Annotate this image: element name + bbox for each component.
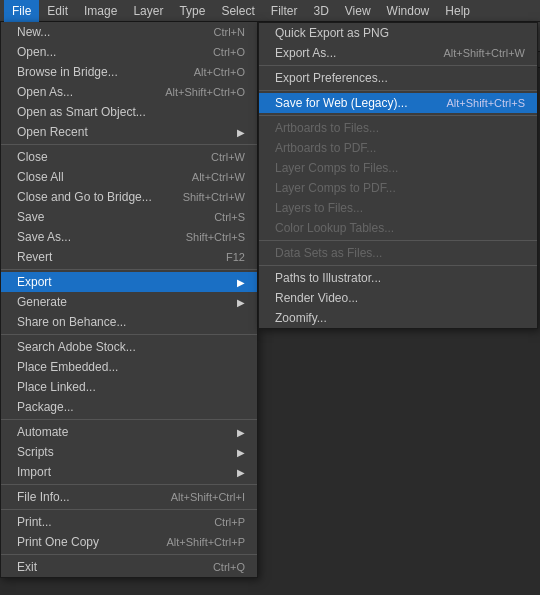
menu-print-one-copy[interactable]: Print One Copy Alt+Shift+Ctrl+P <box>1 532 257 552</box>
menu-scripts[interactable]: Scripts ▶ <box>1 442 257 462</box>
separator-7 <box>1 554 257 555</box>
menu-save-as[interactable]: Save As... Shift+Ctrl+S <box>1 227 257 247</box>
menubar-image[interactable]: Image <box>76 0 125 22</box>
menu-export-as[interactable]: Export As... Alt+Shift+Ctrl+W <box>259 43 537 63</box>
menubar-select[interactable]: Select <box>213 0 262 22</box>
menu-package[interactable]: Package... <box>1 397 257 417</box>
menubar-edit[interactable]: Edit <box>39 0 76 22</box>
menu-file-info[interactable]: File Info... Alt+Shift+Ctrl+I <box>1 487 257 507</box>
menu-place-linked[interactable]: Place Linked... <box>1 377 257 397</box>
menu-import[interactable]: Import ▶ <box>1 462 257 482</box>
separator-exp-1 <box>259 65 537 66</box>
menu-color-lookup-tables[interactable]: Color Lookup Tables... <box>259 218 537 238</box>
menu-save[interactable]: Save Ctrl+S <box>1 207 257 227</box>
menubar-window[interactable]: Window <box>379 0 438 22</box>
automate-arrow: ▶ <box>237 427 245 438</box>
menu-close-all[interactable]: Close All Alt+Ctrl+W <box>1 167 257 187</box>
menu-exit[interactable]: Exit Ctrl+Q <box>1 557 257 577</box>
menubar-file[interactable]: File <box>4 0 39 22</box>
menu-search-stock[interactable]: Search Adobe Stock... <box>1 337 257 357</box>
separator-1 <box>1 144 257 145</box>
separator-exp-2 <box>259 90 537 91</box>
menu-layer-comps-files[interactable]: Layer Comps to Files... <box>259 158 537 178</box>
menubar: File Edit Image Layer Type Select Filter… <box>0 0 540 22</box>
menu-artboards-pdf[interactable]: Artboards to PDF... <box>259 138 537 158</box>
menubar-view[interactable]: View <box>337 0 379 22</box>
menu-place-embedded[interactable]: Place Embedded... <box>1 357 257 377</box>
menubar-layer[interactable]: Layer <box>125 0 171 22</box>
separator-5 <box>1 484 257 485</box>
menu-data-sets-files[interactable]: Data Sets as Files... <box>259 243 537 263</box>
menu-generate[interactable]: Generate ▶ <box>1 292 257 312</box>
menubar-3d[interactable]: 3D <box>305 0 336 22</box>
menu-open[interactable]: Open... Ctrl+O <box>1 42 257 62</box>
menubar-filter[interactable]: Filter <box>263 0 306 22</box>
menu-render-video[interactable]: Render Video... <box>259 288 537 308</box>
menu-browse-bridge[interactable]: Browse in Bridge... Alt+Ctrl+O <box>1 62 257 82</box>
submenu-arrow: ▶ <box>237 127 245 138</box>
generate-arrow: ▶ <box>237 297 245 308</box>
menu-automate[interactable]: Automate ▶ <box>1 422 257 442</box>
menu-new[interactable]: New... Ctrl+N <box>1 22 257 42</box>
menu-layers-to-files[interactable]: Layers to Files... <box>259 198 537 218</box>
menu-close-go-bridge[interactable]: Close and Go to Bridge... Shift+Ctrl+W <box>1 187 257 207</box>
file-menu: New... Ctrl+N Open... Ctrl+O Browse in B… <box>0 22 258 578</box>
menu-revert[interactable]: Revert F12 <box>1 247 257 267</box>
menubar-type[interactable]: Type <box>171 0 213 22</box>
separator-6 <box>1 509 257 510</box>
menu-save-for-web[interactable]: Save for Web (Legacy)... Alt+Shift+Ctrl+… <box>259 93 537 113</box>
menu-open-recent[interactable]: Open Recent ▶ <box>1 122 257 142</box>
separator-exp-5 <box>259 265 537 266</box>
export-arrow: ▶ <box>237 277 245 288</box>
separator-exp-4 <box>259 240 537 241</box>
menu-artboards-files[interactable]: Artboards to Files... <box>259 118 537 138</box>
menu-close[interactable]: Close Ctrl+W <box>1 147 257 167</box>
import-arrow: ▶ <box>237 467 245 478</box>
menu-export-preferences[interactable]: Export Preferences... <box>259 68 537 88</box>
file-dropdown: New... Ctrl+N Open... Ctrl+O Browse in B… <box>0 22 258 578</box>
export-submenu: Quick Export as PNG Export As... Alt+Shi… <box>258 22 538 329</box>
menu-quick-export-png[interactable]: Quick Export as PNG <box>259 23 537 43</box>
menu-share-behance[interactable]: Share on Behance... <box>1 312 257 332</box>
scripts-arrow: ▶ <box>237 447 245 458</box>
menu-open-as[interactable]: Open As... Alt+Shift+Ctrl+O <box>1 82 257 102</box>
separator-4 <box>1 419 257 420</box>
menu-zoomify[interactable]: Zoomify... <box>259 308 537 328</box>
separator-2 <box>1 269 257 270</box>
menubar-help[interactable]: Help <box>437 0 478 22</box>
menu-print[interactable]: Print... Ctrl+P <box>1 512 257 532</box>
menu-open-smart-object[interactable]: Open as Smart Object... <box>1 102 257 122</box>
menu-layer-comps-pdf[interactable]: Layer Comps to PDF... <box>259 178 537 198</box>
menu-export[interactable]: Export ▶ <box>1 272 257 292</box>
menu-paths-illustrator[interactable]: Paths to Illustrator... <box>259 268 537 288</box>
separator-3 <box>1 334 257 335</box>
separator-exp-3 <box>259 115 537 116</box>
